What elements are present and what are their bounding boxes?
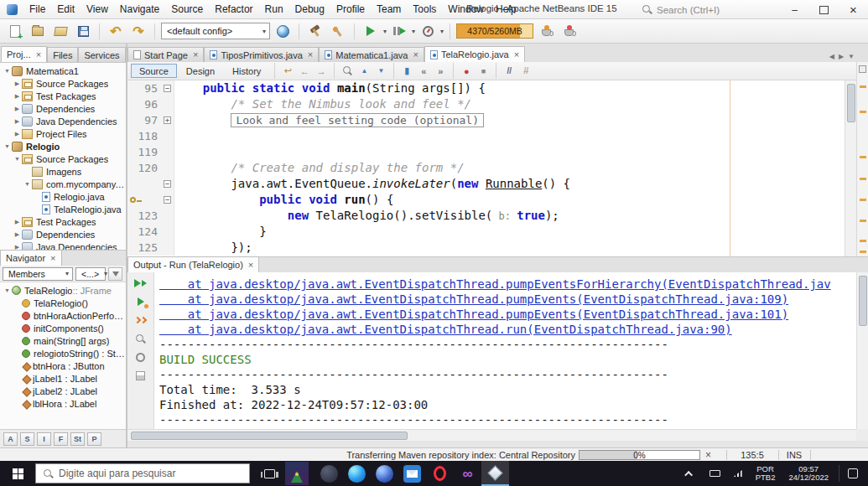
tree-row[interactable]: ▶Java Dependencies: [0, 115, 126, 127]
menu-file[interactable]: File: [23, 1, 51, 18]
notifications-button[interactable]: [559, 21, 579, 41]
error-stripe[interactable]: [856, 62, 868, 256]
expander-icon[interactable]: ▶: [13, 118, 22, 125]
profile-project-button[interactable]: [418, 21, 438, 41]
warning-mark[interactable]: [860, 251, 866, 253]
navigator-tab[interactable]: Navigator: [0, 250, 62, 266]
warning-mark[interactable]: [860, 156, 866, 158]
rerun-button[interactable]: [133, 276, 149, 291]
close-icon[interactable]: [36, 50, 41, 59]
widget-tile[interactable]: [285, 462, 309, 485]
code-line[interactable]: 95− public static void main(String args[…: [127, 80, 845, 96]
editor-tab-tiposprimitivosjava[interactable]: TiposPrimitivos.java: [204, 47, 319, 62]
expander-icon[interactable]: ▶: [13, 131, 22, 137]
visual-studio-button[interactable]: [454, 461, 481, 486]
output-settings-button[interactable]: [133, 349, 149, 364]
open-project-button[interactable]: [50, 21, 70, 41]
forward-icon[interactable]: [314, 64, 329, 79]
menu-debug[interactable]: Debug: [289, 1, 330, 18]
comment-icon[interactable]: [502, 64, 517, 79]
tree-row[interactable]: jLabel2 : JLabel: [0, 385, 126, 397]
expander-icon[interactable]: ▶: [13, 106, 22, 112]
fold-minus-icon[interactable]: −: [164, 196, 171, 204]
left-tab-proj[interactable]: Proj...: [1, 46, 47, 62]
save-all-button[interactable]: [73, 21, 93, 41]
sort-alpha-button[interactable]: A: [3, 432, 18, 446]
expander-icon[interactable]: ▶: [13, 80, 22, 87]
navigator-mini-combo[interactable]: <...>: [75, 267, 106, 281]
close-button[interactable]: [839, 0, 868, 19]
editor-tab-startpage[interactable]: Start Page: [127, 47, 204, 62]
scrollbar-thumb[interactable]: [847, 84, 855, 122]
build-project-button[interactable]: [305, 21, 325, 41]
show-fields-button[interactable]: F: [54, 432, 68, 446]
clear-output-button[interactable]: [133, 368, 149, 383]
next-occurrence-icon[interactable]: [373, 64, 388, 79]
tree-row[interactable]: ▼Matematica1: [0, 65, 126, 77]
scrollbar-thumb[interactable]: [859, 276, 867, 326]
tab-list-icon[interactable]: ▼: [848, 53, 855, 60]
warning-mark[interactable]: [860, 178, 866, 180]
previous-occurrence-icon[interactable]: [356, 64, 372, 79]
warning-mark[interactable]: [860, 240, 866, 242]
sort-source-button[interactable]: S: [20, 432, 34, 446]
fast-forward-button[interactable]: [133, 313, 149, 328]
tree-row[interactable]: main(String[] args): [0, 334, 126, 347]
code-line[interactable]: 119: [127, 144, 845, 160]
tree-row[interactable]: ▼TelaRelogio :: JFrame: [0, 284, 126, 297]
clock[interactable]: 09:57 24/12/2022: [788, 465, 829, 482]
memory-indicator[interactable]: 4370/5260MB: [456, 23, 533, 39]
menu-navigate[interactable]: Navigate: [114, 1, 165, 18]
action-center-icon[interactable]: [848, 468, 858, 478]
uncomment-icon[interactable]: [518, 64, 533, 79]
previous-bookmark-icon[interactable]: [416, 64, 431, 79]
left-tab-services[interactable]: Services: [78, 47, 125, 62]
ide-log-button[interactable]: [536, 21, 556, 41]
code-line[interactable]: 125 });: [127, 240, 845, 256]
chevron-down-icon[interactable]: [440, 28, 444, 35]
menu-profile[interactable]: Profile: [330, 1, 371, 18]
tree-row[interactable]: TelaRelogio(): [0, 297, 126, 309]
minimize-button[interactable]: [780, 0, 809, 19]
taskbar-search-input[interactable]: Digite aqui para pesquisar: [35, 463, 250, 483]
editor-tab-matematica1java[interactable]: Matematica1.java: [319, 47, 424, 62]
show-inherited-button[interactable]: I: [37, 432, 51, 446]
expander-icon[interactable]: ▼: [23, 181, 32, 187]
close-icon[interactable]: [248, 261, 253, 270]
code-line[interactable]: 96 /* Set the Nimbus look and feel */: [127, 96, 845, 112]
tray-expand-icon[interactable]: [684, 470, 693, 478]
stack-trace-link[interactable]: at java.desktop/java.awt.EventDispatchTh…: [159, 292, 856, 307]
stack-trace-link[interactable]: at java.desktop/java.awt.EventDispatchTh…: [159, 277, 856, 292]
editor-tab-telarelogiojava[interactable]: TelaRelogio.java: [424, 46, 525, 62]
tree-row[interactable]: btnHoraActionPerformed...: [0, 309, 126, 322]
tree-row[interactable]: ▶Dependencies: [0, 102, 126, 115]
code-line[interactable]: − java.awt.EventQueue.invokeLater(new Ru…: [127, 176, 845, 192]
tree-row[interactable]: Imagens: [0, 165, 126, 178]
network-icon[interactable]: [734, 470, 742, 477]
new-project-button[interactable]: [28, 21, 48, 41]
expander-icon[interactable]: ▼: [3, 287, 12, 293]
tree-row[interactable]: ▼com.mycompany.rel...: [0, 178, 126, 190]
find-selection-button[interactable]: [340, 64, 355, 79]
expander-icon[interactable]: ▶: [13, 219, 22, 225]
last-edit-position-icon[interactable]: [280, 64, 295, 79]
code-line[interactable]: 97+ Look and feel setting code (optional…: [127, 112, 845, 128]
tree-row[interactable]: ▶Java Dependencies: [0, 240, 126, 250]
edge-button[interactable]: [343, 461, 371, 486]
tree-row[interactable]: ▶Project Files: [0, 127, 126, 140]
expander-icon[interactable]: ▶: [13, 244, 22, 251]
maximize-button[interactable]: [809, 0, 839, 19]
expander-icon[interactable]: ▶: [13, 93, 22, 100]
start-button[interactable]: [0, 461, 35, 486]
output-tab[interactable]: Output - Run (TelaRelogio): [127, 256, 259, 272]
navigator-filter-combo[interactable]: Members: [3, 267, 73, 281]
navigator-filter-button[interactable]: [108, 267, 122, 281]
code-line[interactable]: 118: [127, 128, 845, 144]
undo-button[interactable]: [106, 21, 126, 41]
rerun-debug-button[interactable]: [133, 294, 149, 309]
toggle-bookmark-icon[interactable]: [399, 64, 414, 79]
next-bookmark-icon[interactable]: [433, 64, 448, 79]
code-line[interactable]: 123 new TelaRelogio().setVisible( b: tru…: [127, 208, 845, 224]
menu-source[interactable]: Source: [165, 1, 209, 18]
netbeans-taskbar-button[interactable]: [481, 461, 509, 486]
